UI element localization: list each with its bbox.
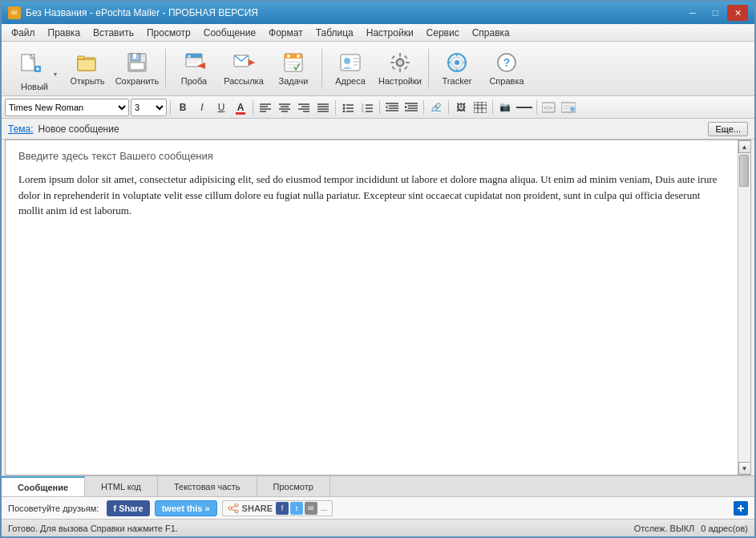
tab-message[interactable]: Сообщение — [2, 476, 85, 496]
format-sep-3 — [335, 100, 336, 115]
open-button[interactable]: Открыть — [64, 46, 111, 92]
menu-file[interactable]: Файл — [5, 26, 42, 40]
tasks-button[interactable]: Задачи — [270, 46, 317, 92]
tab-html[interactable]: HTML код — [85, 476, 158, 496]
editor-container: Введите здесь текст Вашего сообщения Lor… — [5, 140, 751, 475]
send-button[interactable]: Рассылка — [220, 46, 267, 92]
scroll-up-arrow[interactable]: ▲ — [738, 140, 751, 153]
maximize-button[interactable]: □ — [705, 5, 726, 21]
scroll-thumb[interactable] — [739, 155, 749, 187]
ordered-list-button[interactable]: 1.2.3. — [358, 99, 376, 116]
menu-insert[interactable]: Вставить — [87, 26, 140, 40]
address-icon — [339, 51, 362, 74]
menu-service[interactable]: Сервис — [420, 26, 466, 40]
svg-point-103 — [235, 510, 238, 513]
svg-text:</>: </> — [544, 104, 553, 111]
open-icon — [76, 51, 99, 74]
indent-icon — [405, 102, 418, 113]
tracker-button[interactable]: Tracker — [434, 46, 480, 92]
font-color-button[interactable]: A — [232, 99, 249, 116]
tag-button[interactable]: </> — [540, 99, 558, 116]
more-button[interactable]: Еще... — [708, 122, 748, 136]
corner-icon — [734, 501, 748, 516]
personalize-icon — [561, 102, 576, 113]
svg-rect-90 — [474, 102, 487, 113]
title-bar: ✉ Без Названия - ePochta Mailer - ПРОБНА… — [2, 2, 754, 24]
new-icon — [18, 53, 41, 75]
twitter-icon: t — [290, 502, 303, 515]
toolbar-separator-1 — [165, 49, 166, 89]
svg-point-46 — [455, 60, 459, 65]
align-center-button[interactable] — [276, 99, 293, 116]
italic-button[interactable]: I — [193, 99, 211, 116]
photo-button[interactable]: 📷 — [496, 99, 514, 116]
new-button[interactable]: ▼ Новый — [8, 46, 61, 92]
hr-icon — [516, 103, 532, 112]
indent-button[interactable] — [402, 99, 420, 116]
menu-settings[interactable]: Настройки — [360, 26, 420, 40]
tabs-bar: Сообщение HTML код Текстовая часть Просм… — [2, 475, 754, 496]
subject-value: Новое сообщение — [38, 123, 709, 135]
title-bar-left: ✉ Без Названия - ePochta Mailer - ПРОБНА… — [8, 6, 258, 19]
social-icons-group: f t ✉ — [276, 502, 317, 515]
facebook-share-button[interactable]: f Share — [107, 500, 149, 516]
settings-button[interactable]: Настройки — [377, 46, 423, 92]
link-button[interactable]: 🔗 — [427, 99, 445, 116]
help-button[interactable]: ? Справка — [483, 46, 530, 92]
format-sep-8 — [536, 100, 537, 115]
tracking-status: Отслеж. ВЫКЛ — [634, 524, 695, 533]
hr-button[interactable] — [515, 99, 533, 116]
menu-bar: Файл Правка Вставить Просмотр Сообщение … — [2, 24, 754, 42]
menu-edit[interactable]: Правка — [42, 26, 87, 40]
menu-help[interactable]: Справка — [466, 26, 516, 40]
format-sep-6 — [448, 100, 449, 115]
bold-button[interactable]: B — [174, 99, 192, 116]
minimize-button[interactable]: ─ — [682, 5, 703, 21]
align-right-button[interactable] — [295, 99, 313, 116]
settings-icon — [389, 51, 411, 74]
image-button[interactable]: 🖼 — [452, 99, 470, 116]
address-button[interactable]: Адреса — [327, 46, 374, 92]
corner-svg-icon — [735, 503, 746, 514]
ordered-list-icon: 1.2.3. — [362, 103, 373, 112]
editor-area[interactable]: Введите здесь текст Вашего сообщения Lor… — [6, 140, 738, 475]
svg-rect-37 — [399, 53, 401, 57]
scroll-down-arrow[interactable]: ▼ — [738, 462, 751, 475]
tasks-icon — [282, 51, 305, 74]
save-button[interactable]: Сохранить — [114, 46, 160, 92]
align-justify-button[interactable] — [314, 99, 332, 116]
personalize-button[interactable] — [560, 99, 577, 116]
menu-format[interactable]: Формат — [262, 26, 309, 40]
svg-rect-11 — [133, 54, 136, 59]
table-button[interactable] — [471, 99, 489, 116]
save-icon — [126, 51, 148, 74]
tab-preview[interactable]: Просмотр — [257, 476, 330, 496]
share-button[interactable]: SHARE f t ✉ ... — [222, 500, 334, 516]
status-bar: Готово. Для вызова Справки нажмите F1. О… — [2, 519, 754, 536]
menu-table[interactable]: Таблица — [309, 26, 360, 40]
scroll-track[interactable] — [738, 153, 750, 462]
social-label: Посоветуйте друзьям: — [8, 504, 99, 513]
menu-message[interactable]: Сообщение — [197, 26, 262, 40]
editor-content[interactable]: Lorem ipsum dolor sit amet, consectetur … — [18, 172, 725, 219]
close-button[interactable]: ✕ — [727, 5, 748, 21]
outdent-icon — [386, 102, 398, 113]
tab-text[interactable]: Текстовая часть — [158, 476, 257, 496]
unordered-list-button[interactable] — [339, 99, 357, 116]
underline-button[interactable]: U — [212, 99, 230, 116]
svg-line-105 — [232, 506, 235, 508]
toolbar-separator-3 — [428, 49, 429, 89]
subject-label[interactable]: Тема: — [8, 123, 34, 135]
font-size-selector[interactable]: 1234567 — [131, 99, 167, 116]
menu-view[interactable]: Просмотр — [140, 26, 197, 40]
format-bar: Times New Roman 1234567 B I U A — [2, 96, 754, 119]
format-sep-2 — [253, 100, 253, 115]
twitter-share-button[interactable]: tweet this » — [155, 500, 217, 516]
help-icon: ? — [495, 51, 518, 74]
align-left-button[interactable] — [257, 99, 274, 116]
format-sep-5 — [423, 100, 424, 115]
test-button[interactable]: Проба — [171, 46, 217, 92]
subject-bar: Тема: Новое сообщение Еще... — [2, 119, 754, 140]
font-selector[interactable]: Times New Roman — [5, 99, 129, 116]
outdent-button[interactable] — [383, 99, 401, 116]
